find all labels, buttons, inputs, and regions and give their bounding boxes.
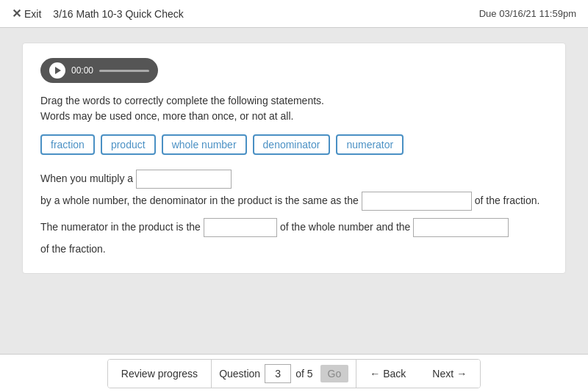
back-button[interactable]: ← Back [356,360,419,388]
question-section: Question of 5 Go [212,360,356,388]
instructions: Drag the words to correctly complete the… [40,93,548,124]
footer: Review progress Question of 5 Go ← Back … [0,354,588,392]
sentence-1: When you multiply a by a whole number, t… [40,170,548,211]
chip-denominator[interactable]: denominator [253,134,331,155]
back-label: Back [383,368,406,380]
s2-mid: of the whole number and the [280,218,410,236]
page-title: 3/16 Math 10-3 Quick Check [53,8,183,20]
review-progress-button[interactable]: Review progress [108,360,212,388]
header-left: ✕ Exit 3/16 Math 10-3 Quick Check [12,7,184,21]
main-content: 00:00 Drag the words to correctly comple… [0,28,588,354]
exit-label: Exit [24,8,41,20]
instruction-line2: Words may be used once, more than once, … [40,109,548,124]
blank-3[interactable] [204,218,277,237]
s1-mid: by a whole number, the denominator in th… [40,192,359,210]
exit-button[interactable]: ✕ Exit [12,7,41,21]
s2-post: of the fraction. [40,240,106,258]
audio-progress-bar[interactable] [99,70,149,72]
play-icon [55,67,61,74]
blank-1[interactable] [136,170,232,189]
blank-4[interactable] [413,218,509,237]
sentence-2: The numerator in the product is the of t… [40,218,548,258]
question-label: Question [219,368,260,380]
question-card: 00:00 Drag the words to correctly comple… [22,43,566,274]
chip-whole-number[interactable]: whole number [162,134,247,155]
audio-time: 00:00 [71,65,93,76]
of-label: of 5 [295,368,312,380]
instruction-line1: Drag the words to correctly complete the… [40,93,548,109]
next-button[interactable]: Next → [419,360,480,388]
footer-controls: Review progress Question of 5 Go ← Back … [107,359,481,388]
sentences-container: When you multiply a by a whole number, t… [40,170,548,258]
chip-product[interactable]: product [101,134,156,155]
header: ✕ Exit 3/16 Math 10-3 Quick Check Due 03… [0,0,588,28]
s1-pre: When you multiply a [40,170,133,188]
word-chips-container: fraction product whole number denominato… [40,134,548,155]
close-icon: ✕ [12,7,21,21]
question-number-input[interactable] [265,364,291,383]
audio-player[interactable]: 00:00 [40,58,158,83]
play-button[interactable] [49,62,65,79]
due-date: Due 03/16/21 11:59pm [479,8,576,19]
back-arrow-icon: ← [370,368,380,380]
blank-2[interactable] [362,192,472,211]
s2-pre: The numerator in the product is the [40,218,201,236]
go-button[interactable]: Go [320,365,349,382]
next-label: Next [432,368,453,380]
s1-post: of the fraction. [475,192,540,210]
chip-fraction[interactable]: fraction [40,134,95,155]
chip-numerator[interactable]: numerator [336,134,404,155]
next-arrow-icon: → [456,368,467,380]
